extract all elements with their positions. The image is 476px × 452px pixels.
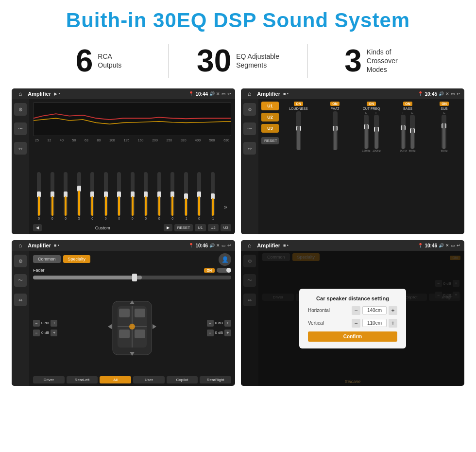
all-btn[interactable]: All [100,376,131,383]
stat-crossover-label: Kinds ofCrossover Modes [367,48,410,74]
eq-location-icon: 📍 [188,91,194,96]
amp-app-name: Amplifier [257,91,280,97]
fader-back-icon[interactable]: ↩ [227,243,231,248]
amp-bass-f-slider[interactable] [401,115,406,149]
user-btn[interactable]: User [133,376,165,383]
profile-icon[interactable]: 👤 [219,253,231,266]
amp-bass-name: BASS [403,107,412,110]
db-val-3: 0 dB [215,321,223,325]
amp-status-bar: ⌂ Amplifier ■ • 📍 10:45 🔊 ✕ ▭ ↩ [241,88,464,99]
fader-content: ⚙ 〜 ⇔ Common Specialty 👤 Fader ON [12,251,235,386]
amp-loudness-slider[interactable] [296,111,301,150]
fader-sidebar-btn1[interactable]: ⚙ [14,255,27,267]
eq-sidebar-btn1[interactable]: ⚙ [14,103,27,116]
amp-loudness-channel: ON LOUDNESS [281,102,316,150]
fader-main-panel: Common Specialty 👤 Fader ON [29,251,235,386]
eq-u2-btn[interactable]: U2 [208,224,219,231]
svg-point-8 [129,324,135,330]
dialog-title: Car speaker distance setting [308,296,397,301]
amp-u1-btn[interactable]: U1 [261,102,279,110]
eq-prev-btn[interactable]: ◀ [33,224,42,231]
fader-sidebar-btn2[interactable]: 〜 [14,274,27,287]
svg-rect-3 [135,309,145,317]
amp-sidebar-btn2[interactable]: 〜 [243,122,256,135]
vertical-plus-btn[interactable]: + [389,319,397,328]
home-icon[interactable]: ⌂ [16,90,25,97]
eq-u1-btn[interactable]: U1 [195,224,205,231]
db-val-2: 0 dB [41,330,49,335]
eq-back-icon[interactable]: ↩ [227,91,231,96]
dialog-back-icon[interactable]: ↩ [457,243,460,248]
fader-slider[interactable] [33,276,231,279]
amp-loudness-on[interactable]: ON [294,102,303,106]
distance-dialog: Car speaker distance setting Horizontal … [299,289,406,348]
amp-cutfreq-name: CUT FREQ [363,107,380,110]
fader-sidebar-btn3[interactable]: ⇔ [14,294,27,306]
copilot-btn[interactable]: Copilot [167,376,198,383]
amp-cutfreq-g: G 120Hz [362,111,370,153]
eq-sidebar-btn2[interactable]: 〜 [14,122,27,135]
db-plus-1[interactable]: + [51,320,57,327]
amp-bass-g-slider[interactable] [410,115,415,149]
amp-cutfreq-on[interactable]: ON [367,102,376,106]
eq-slider-12: -1 [184,172,188,220]
fader-label: Fader [33,268,45,273]
amp-content: ⚙ 〜 ⇔ U1 U2 U3 RESET ON LOUDNESS [241,99,464,234]
speaker-db-row2: − 0 dB + [33,330,57,336]
db-plus-3[interactable]: + [224,320,231,327]
db-plus-2[interactable]: + [51,330,57,336]
fader-common-tab[interactable]: Common [33,255,61,263]
fader-specialty-tab[interactable]: Specialty [63,255,91,263]
dialog-time: 10:46 [425,243,437,248]
eq-slider-13: 0 [197,172,201,220]
amp-u-col: U1 U2 U3 RESET [261,102,279,232]
amp-phat-slider[interactable] [333,111,338,150]
amp-home-icon[interactable]: ⌂ [245,90,254,97]
dialog-horizontal-row: Horizontal − 140cm + [308,306,397,315]
fader-on-row: ON [204,268,232,273]
dialog-status-icons: ■ • [283,243,289,248]
amp-speaker-icon: 🔊 [439,91,444,96]
eq-play-btn[interactable]: ▶ [164,224,172,231]
db-minus-3[interactable]: − [207,320,214,327]
amp-sub-on[interactable]: ON [440,102,449,106]
amp-status-left: ⌂ Amplifier ■ • [245,90,289,97]
db-minus-1[interactable]: − [33,320,40,327]
confirm-button[interactable]: Confirm [308,331,397,342]
amp-u2-btn[interactable]: U2 [261,113,279,122]
db-minus-4[interactable]: − [207,330,214,336]
eq-reset-btn[interactable]: RESET [174,224,193,231]
amp-u3-btn[interactable]: U3 [261,124,279,133]
eq-sidebar-btn3[interactable]: ⇔ [14,142,27,155]
amp-sub-slider[interactable] [442,115,446,149]
db-plus-4[interactable]: + [224,330,231,336]
eq-slider-6: 0 [104,172,108,220]
dialog-home-icon[interactable]: ⌂ [245,242,254,249]
vertical-minus-btn[interactable]: − [352,319,360,328]
amp-sidebar-btn1[interactable]: ⚙ [243,103,256,116]
fader-on-badge[interactable]: ON [204,268,215,273]
horizontal-plus-btn[interactable]: + [389,306,397,315]
amp-cutfreq-g-slider[interactable] [364,115,369,149]
speaker-db-row3: − 0 dB + [207,320,231,327]
amp-reset-btn[interactable]: RESET [261,137,279,144]
fader-home-icon[interactable]: ⌂ [16,242,25,249]
amp-bass-on[interactable]: ON [403,102,412,106]
fader-sidebar: ⚙ 〜 ⇔ [12,251,29,386]
amp-channels-panel: ON LOUDNESS ON PHAT ON CUT FREQ [281,102,461,232]
driver-btn[interactable]: Driver [33,376,65,383]
amp-sidebar-btn3[interactable]: ⇔ [243,142,256,155]
fader-label-row: Fader ON [33,268,231,273]
eq-slider-9: 0 [144,172,148,220]
fader-status-center: 📍 10:46 🔊 ✕ ▭ ↩ [188,243,231,248]
rearright-btn[interactable]: RearRight [200,376,231,383]
amp-phat-on[interactable]: ON [330,102,340,106]
fader-toggle[interactable] [217,268,231,273]
horizontal-minus-btn[interactable]: − [352,306,360,315]
rearleft-btn[interactable]: RearLeft [67,376,98,383]
db-minus-2[interactable]: − [33,330,40,336]
amp-back-icon[interactable]: ↩ [457,91,460,96]
amp-cutfreq-f-slider[interactable] [374,115,379,149]
amp-bass-channel: ON BASS F 90Hz G [391,102,425,152]
eq-u3-btn[interactable]: U3 [221,224,231,231]
